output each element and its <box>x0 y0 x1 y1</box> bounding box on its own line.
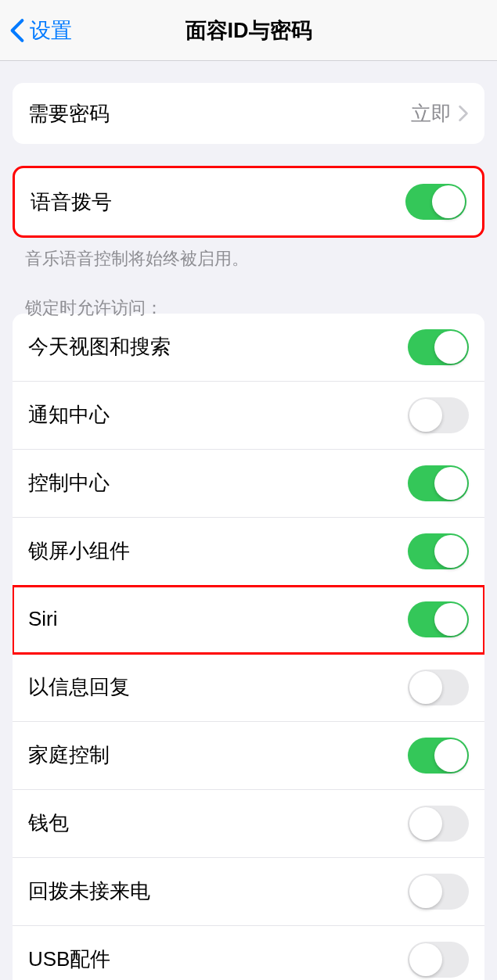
lock-access-row: 控制中心 <box>13 450 484 518</box>
toggle-knob <box>409 671 442 704</box>
lock-access-row: 钱包 <box>13 790 484 858</box>
toggle-knob <box>434 331 467 364</box>
lock-access-group: 今天视图和搜索通知中心控制中心锁屏小组件Siri以信息回复家庭控制钱包回拨未接来… <box>13 314 484 980</box>
lock-access-label: 回拨未接来电 <box>28 878 150 905</box>
lock-access-row: 锁屏小组件 <box>13 518 484 586</box>
lock-access-toggle[interactable] <box>408 465 469 501</box>
lock-access-label: 通知中心 <box>28 401 110 429</box>
lock-access-row: 通知中心 <box>13 382 484 450</box>
lock-access-toggle[interactable] <box>408 874 469 910</box>
voice-dial-footer: 音乐语音控制将始终被启用。 <box>0 247 497 271</box>
page-title: 面容ID与密码 <box>185 16 312 45</box>
lock-access-row: 以信息回复 <box>13 654 484 722</box>
lock-access-toggle[interactable] <box>408 533 469 569</box>
toggle-knob <box>434 535 467 568</box>
back-label: 设置 <box>30 16 72 45</box>
chevron-left-icon <box>9 18 25 43</box>
lock-access-label: 以信息回复 <box>28 673 130 701</box>
lock-access-row: USB配件 <box>13 926 484 980</box>
lock-access-toggle[interactable] <box>408 806 469 842</box>
lock-access-label: 今天视图和搜索 <box>28 333 171 361</box>
lock-access-toggle[interactable] <box>408 669 469 705</box>
voice-dial-label: 语音拨号 <box>31 188 112 216</box>
chevron-right-icon <box>458 105 469 122</box>
toggle-knob <box>409 807 442 840</box>
lock-access-toggle[interactable] <box>408 738 469 774</box>
lock-access-label: 控制中心 <box>28 469 110 497</box>
back-button[interactable]: 设置 <box>0 16 72 45</box>
voice-dial-group: 语音拨号 <box>13 166 484 238</box>
toggle-knob <box>434 603 467 636</box>
lock-access-label: 家庭控制 <box>28 741 110 769</box>
lock-access-toggle[interactable] <box>408 942 469 978</box>
lock-access-row: 回拨未接来电 <box>13 858 484 926</box>
header-bar: 设置 面容ID与密码 <box>0 0 497 61</box>
toggle-knob <box>409 875 442 908</box>
require-passcode-label: 需要密码 <box>28 100 110 127</box>
require-passcode-value-text: 立即 <box>411 100 452 127</box>
lock-access-toggle[interactable] <box>408 397 469 433</box>
toggle-knob <box>432 185 465 218</box>
voice-dial-toggle[interactable] <box>405 184 466 220</box>
require-passcode-value: 立即 <box>411 100 469 127</box>
toggle-knob <box>434 467 467 500</box>
lock-access-row: Siri <box>13 586 484 654</box>
lock-access-label: USB配件 <box>28 946 110 973</box>
lock-access-label: Siri <box>28 607 58 631</box>
lock-access-toggle[interactable] <box>408 601 469 637</box>
lock-access-row: 今天视图和搜索 <box>13 314 484 382</box>
lock-access-row: 家庭控制 <box>13 722 484 790</box>
lock-access-label: 钱包 <box>28 809 69 837</box>
toggle-knob <box>434 739 467 772</box>
require-passcode-row[interactable]: 需要密码 立即 <box>13 83 484 144</box>
lock-access-label: 锁屏小组件 <box>28 537 130 565</box>
voice-dial-row: 语音拨号 <box>15 168 482 235</box>
toggle-knob <box>409 399 442 432</box>
lock-access-toggle[interactable] <box>408 329 469 365</box>
toggle-knob <box>409 943 442 976</box>
require-passcode-group: 需要密码 立即 <box>13 83 484 144</box>
